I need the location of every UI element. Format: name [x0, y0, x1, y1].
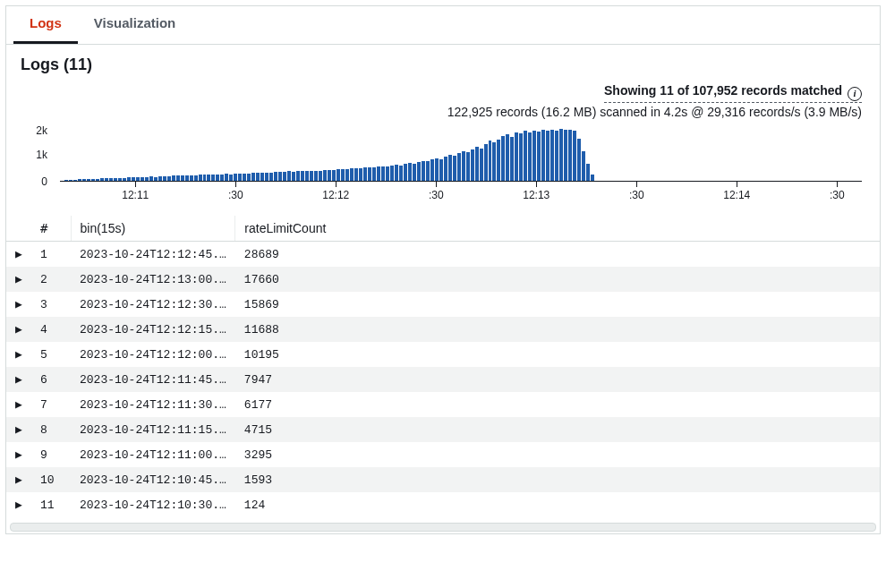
- table-row[interactable]: ▶52023-10-24T12:12:00.…10195: [6, 342, 880, 367]
- histogram-bar[interactable]: [145, 177, 149, 181]
- histogram-bar[interactable]: [87, 179, 90, 181]
- histogram-bar[interactable]: [296, 171, 300, 181]
- histogram-bar[interactable]: [310, 171, 313, 181]
- histogram-bar[interactable]: [359, 168, 362, 181]
- histogram-bar[interactable]: [457, 153, 461, 181]
- histogram-bar[interactable]: [207, 175, 210, 181]
- histogram-bar[interactable]: [413, 164, 416, 181]
- tab-logs[interactable]: Logs: [13, 6, 78, 44]
- histogram-bar[interactable]: [91, 179, 95, 182]
- histogram-bar[interactable]: [234, 174, 237, 181]
- histogram-bar[interactable]: [109, 178, 113, 181]
- histogram-bar[interactable]: [265, 173, 268, 182]
- histogram-bar[interactable]: [404, 164, 407, 181]
- histogram-bar[interactable]: [399, 166, 403, 181]
- expand-row-icon[interactable]: ▶: [6, 317, 31, 342]
- histogram-bar[interactable]: [386, 166, 389, 181]
- histogram-bar[interactable]: [154, 177, 158, 182]
- histogram-bar[interactable]: [105, 178, 108, 181]
- histogram-bar[interactable]: [328, 170, 331, 182]
- histogram-bar[interactable]: [471, 149, 474, 181]
- histogram-bar[interactable]: [555, 131, 558, 182]
- histogram-bar[interactable]: [510, 137, 514, 182]
- histogram-bar[interactable]: [158, 176, 162, 181]
- histogram-bar[interactable]: [489, 141, 492, 181]
- histogram-bar[interactable]: [132, 177, 135, 181]
- histogram-bar[interactable]: [573, 131, 576, 182]
- chart-bars[interactable]: [60, 128, 862, 182]
- histogram-bar[interactable]: [172, 175, 175, 181]
- histogram-bar[interactable]: [354, 168, 358, 181]
- histogram-bar[interactable]: [69, 180, 72, 181]
- col-num[interactable]: #: [31, 216, 71, 242]
- histogram-bar[interactable]: [426, 161, 430, 181]
- histogram-bar[interactable]: [532, 131, 536, 182]
- expand-row-icon[interactable]: ▶: [6, 367, 31, 392]
- expand-row-icon[interactable]: ▶: [6, 342, 31, 367]
- expand-row-icon[interactable]: ▶: [6, 392, 31, 417]
- histogram-bar[interactable]: [216, 175, 219, 181]
- info-icon[interactable]: i: [848, 87, 862, 101]
- histogram-bar[interactable]: [453, 156, 456, 181]
- histogram-bar[interactable]: [475, 147, 479, 181]
- histogram-bar[interactable]: [448, 155, 452, 181]
- histogram-bar[interactable]: [243, 174, 246, 181]
- histogram-bar[interactable]: [203, 175, 207, 181]
- histogram-bar[interactable]: [591, 175, 594, 181]
- expand-row-icon[interactable]: ▶: [6, 442, 31, 467]
- histogram-bar[interactable]: [577, 139, 581, 181]
- histogram-bar[interactable]: [332, 170, 336, 181]
- histogram-bar[interactable]: [225, 174, 228, 181]
- histogram-bar[interactable]: [123, 178, 126, 182]
- histogram-bar[interactable]: [176, 175, 180, 181]
- histogram-bar[interactable]: [480, 149, 483, 182]
- histogram-bar[interactable]: [323, 170, 327, 181]
- histogram-bar[interactable]: [256, 173, 260, 181]
- histogram-bar[interactable]: [444, 157, 447, 181]
- expand-row-icon[interactable]: ▶: [6, 242, 31, 268]
- histogram-bar[interactable]: [278, 172, 282, 181]
- histogram-bar[interactable]: [519, 133, 523, 181]
- histogram-bar[interactable]: [550, 130, 554, 182]
- horizontal-scrollbar[interactable]: [10, 523, 876, 532]
- histogram-bar[interactable]: [167, 176, 171, 182]
- histogram-bar[interactable]: [466, 152, 470, 181]
- table-row[interactable]: ▶32023-10-24T12:12:30.…15869: [6, 292, 880, 317]
- histogram-bar[interactable]: [528, 132, 532, 182]
- histogram-bar[interactable]: [506, 134, 509, 181]
- histogram-bar[interactable]: [559, 129, 563, 181]
- histogram-bar[interactable]: [541, 130, 545, 181]
- expand-row-icon[interactable]: ▶: [6, 292, 31, 317]
- table-row[interactable]: ▶112023-10-24T12:10:30.…124: [6, 492, 880, 517]
- histogram-bar[interactable]: [435, 158, 439, 181]
- histogram-bar[interactable]: [149, 176, 153, 181]
- histogram-bar[interactable]: [141, 177, 144, 182]
- histogram-bar[interactable]: [100, 178, 104, 181]
- histogram-bar[interactable]: [439, 159, 443, 182]
- table-row[interactable]: ▶22023-10-24T12:13:00.…17660: [6, 267, 880, 292]
- histogram-bar[interactable]: [283, 172, 286, 181]
- histogram-bar[interactable]: [96, 179, 99, 181]
- table-row[interactable]: ▶42023-10-24T12:12:15.…11688: [6, 317, 880, 342]
- expand-row-icon[interactable]: ▶: [6, 467, 31, 492]
- histogram-bar[interactable]: [586, 164, 590, 181]
- histogram-bar[interactable]: [238, 174, 242, 181]
- histogram-bar[interactable]: [229, 175, 233, 182]
- histogram-bar[interactable]: [78, 179, 81, 181]
- tab-visualization[interactable]: Visualization: [78, 6, 192, 44]
- expand-row-icon[interactable]: ▶: [6, 492, 31, 517]
- histogram-bar[interactable]: [118, 178, 122, 182]
- histogram-bar[interactable]: [114, 178, 117, 182]
- table-row[interactable]: ▶72023-10-24T12:11:30.…6177: [6, 392, 880, 417]
- histogram-bar[interactable]: [190, 175, 193, 181]
- histogram-bar[interactable]: [247, 174, 251, 182]
- histogram-bar[interactable]: [301, 171, 304, 181]
- table-row[interactable]: ▶62023-10-24T12:11:45.…7947: [6, 367, 880, 392]
- histogram-bar[interactable]: [163, 176, 166, 181]
- histogram-bar[interactable]: [462, 151, 465, 182]
- histogram-bar[interactable]: [220, 175, 224, 182]
- histogram-bar[interactable]: [73, 180, 77, 181]
- histogram-bar[interactable]: [274, 172, 277, 181]
- histogram-bar[interactable]: [484, 144, 488, 181]
- histogram-bar[interactable]: [372, 167, 376, 181]
